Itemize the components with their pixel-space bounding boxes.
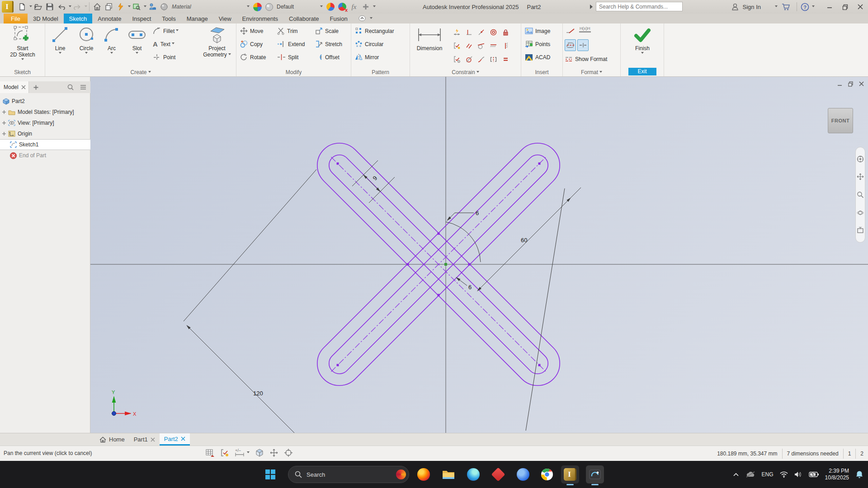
origin-point[interactable]: [444, 263, 447, 266]
panel-label-constrain[interactable]: Constrain: [410, 69, 521, 75]
sign-in-button[interactable]: Sign In: [743, 4, 761, 10]
browser-node-model-states[interactable]: Model States: [Primary]: [0, 107, 90, 117]
dimension-display-dropdown[interactable]: [247, 451, 250, 455]
degrees-of-freedom-icon[interactable]: [269, 448, 278, 457]
taskbar-clock[interactable]: 2:39 PM 10/8/2025: [825, 468, 849, 481]
help-icon[interactable]: ?: [799, 1, 811, 13]
viewcube[interactable]: FRONT: [828, 108, 853, 133]
dimension-9[interactable]: 9: [352, 160, 395, 203]
rotate-button[interactable]: Rotate: [240, 51, 274, 64]
mirror-button[interactable]: Mirror: [355, 51, 408, 64]
line-button[interactable]: Line: [48, 24, 72, 55]
rectangular-pattern-button[interactable]: Rectangular: [355, 24, 408, 38]
tab-tools[interactable]: Tools: [156, 14, 181, 23]
tab-collaborate[interactable]: Collaborate: [283, 14, 325, 23]
constraint-inference-icon[interactable]: [220, 448, 229, 457]
dimension-6-bottom[interactable]: 6: [456, 277, 472, 291]
dimension-60[interactable]: 60: [477, 188, 581, 431]
full-navigation-wheel-icon[interactable]: [857, 155, 864, 163]
constraint-symmetric-button[interactable]: [490, 56, 497, 65]
pan-icon[interactable]: [857, 173, 864, 180]
tab-annotate[interactable]: Annotate: [92, 14, 127, 23]
panel-label-pattern[interactable]: Pattern: [351, 69, 410, 75]
taskbar-inventor-icon[interactable]: I: [561, 465, 579, 483]
browser-search-icon[interactable]: [67, 84, 74, 90]
doc-tab-part2[interactable]: Part2: [160, 433, 190, 446]
measure-button[interactable]: [131, 1, 142, 13]
constraint-fix-button[interactable]: [502, 28, 509, 38]
constraint-horizontal-button[interactable]: [490, 42, 497, 51]
notification-bell-icon[interactable]: [855, 470, 863, 479]
doc-minimize-icon[interactable]: [837, 81, 843, 87]
browser-add-tab-button[interactable]: [33, 85, 38, 90]
dimension-button[interactable]: Dimension: [412, 24, 447, 52]
panel-label-create[interactable]: Create: [45, 69, 236, 75]
inventor-app-logo[interactable]: I: [2, 1, 14, 13]
local-update-button[interactable]: [115, 1, 127, 13]
tab-manage[interactable]: Manage: [181, 14, 213, 23]
iproperties-button[interactable]: [146, 1, 158, 13]
centerline-toggle-button[interactable]: [577, 39, 589, 51]
doc-tab-close-icon[interactable]: [181, 436, 185, 441]
parameters-fx-button[interactable]: fx: [348, 1, 360, 13]
clear-appearance-icon[interactable]: x: [336, 1, 348, 13]
start-2d-sketch-dropdown[interactable]: [21, 58, 24, 61]
constraint-perpendicular-button[interactable]: [465, 28, 473, 38]
points-button[interactable]: Points: [525, 38, 561, 51]
copy-button[interactable]: Copy: [240, 38, 274, 51]
open-button[interactable]: [32, 1, 44, 13]
constraint-tangent-button[interactable]: [477, 42, 485, 51]
restore-button[interactable]: [837, 0, 853, 13]
constraint-auto-dimension-button[interactable]: [453, 28, 461, 38]
zoom-icon[interactable]: [857, 191, 864, 198]
taskbar-chrome-icon[interactable]: [538, 465, 556, 483]
onedrive-icon[interactable]: [745, 471, 755, 478]
minimize-button[interactable]: [822, 0, 837, 13]
undo-button[interactable]: [56, 1, 67, 13]
look-at-icon[interactable]: [857, 227, 864, 234]
taskbar-firefox-icon[interactable]: [415, 465, 433, 483]
doc-tab-home[interactable]: Home: [95, 433, 129, 446]
color-wheel-icon[interactable]: [251, 1, 263, 13]
project-geometry-dropdown[interactable]: [228, 53, 231, 56]
battery-icon[interactable]: [809, 472, 819, 477]
expander-icon[interactable]: [2, 110, 6, 114]
constraint-parallel-button[interactable]: [465, 42, 473, 51]
dimension-120[interactable]: 120: [184, 169, 316, 433]
wifi-icon[interactable]: [780, 471, 788, 478]
slice-graphics-icon[interactable]: [255, 448, 264, 457]
project-geometry-button[interactable]: Project Geometry: [201, 24, 233, 58]
fillet-button[interactable]: Fillet: [153, 24, 197, 38]
help-search-input[interactable]: Search Help & Commands...: [596, 2, 683, 11]
taskbar-capture-tool-icon[interactable]: [586, 465, 604, 483]
browser-tab-model[interactable]: Model: [0, 81, 29, 93]
material-ball-icon[interactable]: [158, 1, 170, 13]
doc-tab-part1[interactable]: Part1: [129, 433, 160, 446]
split-button[interactable]: Split: [277, 51, 311, 64]
doc-tab-close-icon[interactable]: [151, 437, 155, 442]
constraint-coincident-button[interactable]: [477, 28, 485, 38]
redo-dropdown[interactable]: [85, 5, 87, 9]
language-indicator[interactable]: ENG: [762, 471, 774, 478]
constraint-concentric-button[interactable]: [490, 28, 497, 38]
browser-node-origin[interactable]: Origin: [0, 128, 90, 139]
expander-icon[interactable]: [2, 121, 6, 125]
precise-input-icon[interactable]: [284, 448, 293, 457]
doc-restore-icon[interactable]: [848, 81, 854, 87]
circle-button[interactable]: Circle: [74, 24, 99, 55]
constraint-equal-button[interactable]: [502, 56, 509, 65]
user-avatar-icon[interactable]: [729, 1, 741, 13]
browser-node-sketch1[interactable]: Sketch1: [0, 139, 90, 150]
point-button[interactable]: Point: [153, 51, 197, 64]
tab-view[interactable]: View: [213, 14, 237, 23]
tab-3d-model[interactable]: 3D Model: [28, 14, 64, 23]
constraint-collinear-button[interactable]: [465, 56, 473, 65]
home-button[interactable]: [91, 1, 103, 13]
save-button[interactable]: [44, 1, 56, 13]
scale-button[interactable]: Scale: [315, 24, 349, 38]
panel-label-insert[interactable]: Insert: [521, 69, 562, 75]
dimension-display-icon[interactable]: +/−: [235, 448, 250, 457]
close-button[interactable]: [853, 0, 868, 13]
start-2d-sketch-button[interactable]: Start 2D Sketch: [8, 24, 37, 61]
constraint-vertical-button[interactable]: [502, 42, 509, 51]
